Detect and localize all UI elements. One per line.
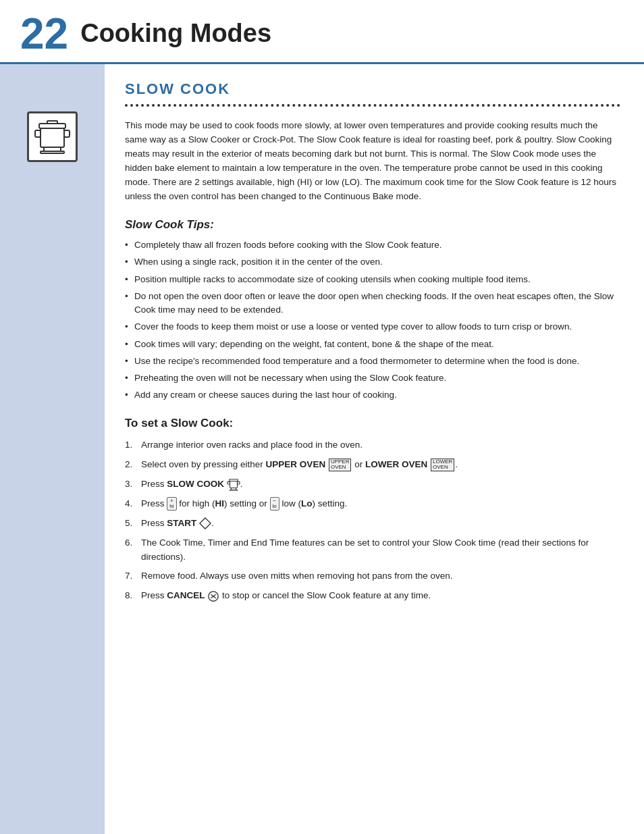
svg-rect-14	[230, 490, 237, 491]
list-item: Completely thaw all frozen foods before …	[125, 238, 620, 252]
step-item: Select oven by pressing either UPPER OVE…	[125, 458, 620, 472]
step-text: Remove food. Always use oven mitts when …	[141, 571, 453, 581]
svg-rect-3	[35, 130, 41, 137]
page-number: 22	[20, 12, 68, 55]
tips-heading: Slow Cook Tips:	[125, 216, 620, 234]
content-area: SLOW COOK This mode may be used to cook …	[0, 64, 644, 834]
step-text: Press CANCEL to stop or cancel the Slow …	[141, 590, 431, 600]
slow-cook-inline-icon	[227, 477, 240, 491]
step-item: Press CANCEL to stop or cancel the Slow …	[125, 589, 620, 603]
svg-rect-1	[39, 124, 65, 128]
svg-rect-4	[64, 130, 70, 137]
slow-cook-icon	[27, 111, 78, 162]
tips-list: Completely thaw all frozen foods before …	[125, 238, 620, 402]
step-text: Arrange interior oven racks and place fo…	[141, 440, 363, 450]
list-item: Position multiple racks to accommodate s…	[125, 273, 620, 286]
step-item: Press START .	[125, 517, 620, 531]
step-item: Press SLOW COOK .	[125, 477, 620, 492]
step-text: Select oven by pressing either UPPER OVE…	[141, 459, 458, 469]
step-item: Press +hi for high (HI) setting or −lo l…	[125, 497, 620, 511]
list-item: Cook times will vary; depending on the w…	[125, 338, 620, 351]
page-header: 22 Cooking Modes	[0, 0, 644, 64]
list-item: Cover the foods to keep them moist or us…	[125, 320, 620, 334]
lower-oven-badge: LOWEROVEN	[431, 459, 454, 472]
section-description: This mode may be used to cook foods more…	[125, 119, 620, 204]
list-item: Preheating the oven will not be necessar…	[125, 371, 620, 385]
step-text: Press SLOW COOK .	[141, 479, 243, 489]
svg-rect-2	[41, 128, 64, 147]
list-item: Do not open the oven door often or leave…	[125, 290, 620, 317]
start-icon	[199, 517, 211, 529]
upper-oven-badge: UPPEROVEN	[329, 459, 352, 472]
step-text: Press +hi for high (HI) setting or −lo l…	[141, 498, 347, 509]
svg-rect-10	[227, 482, 230, 485]
section-divider	[125, 103, 620, 107]
list-item: Add any cream or cheese sauces during th…	[125, 388, 620, 402]
page-title: Cooking Modes	[80, 20, 271, 48]
list-item: When using a single rack, position it in…	[125, 255, 620, 269]
step-text: Press START .	[141, 518, 214, 528]
lo-button: −lo	[270, 497, 279, 511]
list-item: Use the recipe's recommended food temper…	[125, 355, 620, 368]
cancel-icon	[207, 590, 219, 602]
svg-rect-11	[237, 482, 240, 485]
step-item: Arrange interior oven racks and place fo…	[125, 438, 620, 452]
svg-rect-9	[230, 481, 237, 488]
steps-list: Arrange interior oven racks and place fo…	[125, 438, 620, 603]
steps-heading: To set a Slow Cook:	[125, 415, 620, 432]
step-item: The Cook Time, Timer and End Time featur…	[125, 536, 620, 565]
main-content: SLOW COOK This mode may be used to cook …	[105, 64, 644, 834]
hi-button: +hi	[167, 497, 176, 511]
section-title: SLOW COOK	[125, 78, 620, 100]
svg-rect-7	[41, 151, 64, 153]
svg-marker-15	[200, 518, 211, 529]
left-sidebar	[0, 64, 105, 834]
step-text: The Cook Time, Timer and End Time featur…	[141, 538, 589, 562]
step-item: Remove food. Always use oven mitts when …	[125, 569, 620, 583]
